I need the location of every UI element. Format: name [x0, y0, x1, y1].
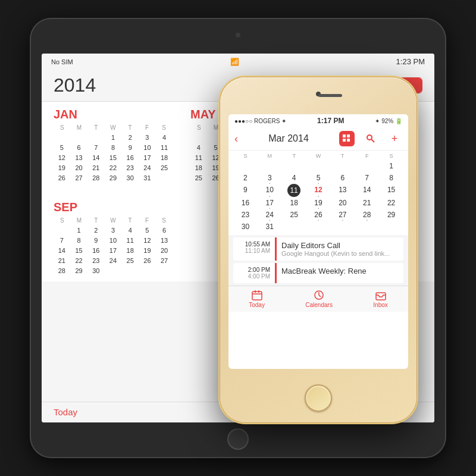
event-item-2[interactable]: 2:00 PM 4:00 PM MacBreak Weekly: Rene: [233, 263, 403, 283]
iphone-time: 1:17 PM: [317, 117, 344, 125]
svg-rect-11: [376, 293, 386, 300]
event-title-2: MacBreak Weekly: Rene: [281, 267, 399, 275]
event-details-1: Daily Editors Call Google Hangout (Kevin…: [277, 237, 403, 261]
iphone-search-icon-button[interactable]: [363, 131, 378, 146]
svg-rect-9: [258, 290, 259, 293]
ipad-today-button[interactable]: Today: [54, 407, 77, 417]
svg-rect-2: [343, 139, 346, 142]
event-time-2: 2:00 PM 4:00 PM: [233, 263, 275, 283]
svg-rect-1: [347, 134, 350, 137]
ipad-month-name-jan: JAN: [54, 108, 173, 121]
ipad-month-sep: SEP S M T W T F S - 1 2 3: [54, 201, 173, 275]
iphone-grid-icon-button[interactable]: [339, 131, 355, 146]
event-title-1: Daily Editors Call: [281, 241, 399, 250]
ipad-carrier: No SIM: [51, 58, 73, 65]
svg-line-5: [371, 139, 374, 142]
ipad-home-button[interactable]: [227, 428, 249, 450]
iphone-tab-calendars-label: Calendars: [305, 302, 333, 308]
svg-point-4: [367, 135, 372, 140]
iphone-battery: ✦ 92% 🔋: [375, 118, 402, 124]
iphone-tab-today-label: Today: [249, 302, 265, 308]
svg-rect-6: [252, 292, 262, 300]
iphone-statusbar: ●●●○○ ROGERS ✦ 1:17 PM ✦ 92% 🔋: [228, 114, 408, 127]
iphone-tab-calendars[interactable]: Calendars: [305, 290, 333, 308]
ipad-camera: [236, 33, 240, 37]
event-subtitle-1: Google Hangout (Kevin to send link...: [281, 250, 399, 257]
iphone-tab-today[interactable]: Today: [249, 290, 265, 308]
svg-rect-8: [255, 290, 256, 293]
ipad-time: 1:23 PM: [396, 57, 425, 66]
iphone-tab-inbox-label: Inbox: [373, 302, 387, 308]
sep-grid: S M T W T F S - 1 2 3 4 5: [54, 217, 173, 275]
iphone-cal-header: ‹ Mar 2014 +: [228, 127, 408, 151]
ipad-month-jan: JAN S M T W T F S - - - 1: [54, 108, 173, 183]
iphone-events-list: 10:55 AM 11:10 AM Daily Editors Call Goo…: [228, 235, 408, 286]
ipad-year: 2014: [54, 74, 96, 96]
iphone-home-button[interactable]: [305, 384, 332, 412]
iphone-tab-inbox[interactable]: Inbox: [373, 290, 387, 308]
iphone-header-icons: +: [339, 131, 402, 146]
iphone-carrier: ●●●○○ ROGERS ✦: [234, 118, 286, 124]
svg-rect-3: [347, 139, 350, 142]
iphone-back-button[interactable]: ‹: [234, 133, 238, 145]
ipad-statusbar: No SIM 📶 1:23 PM: [42, 54, 434, 70]
jan-grid: S M T W T F S - - - 1 2 3: [54, 124, 173, 183]
iphone-month-year: Mar 2014: [268, 133, 309, 144]
ipad-signal: 📶: [230, 58, 239, 66]
iphone: ●●●○○ ROGERS ✦ 1:17 PM ✦ 92% 🔋 ‹ Mar 201…: [220, 77, 416, 422]
iphone-today-day[interactable]: 11: [287, 184, 300, 197]
iphone-speaker: [318, 94, 342, 97]
svg-rect-0: [343, 134, 346, 137]
event-time-1: 10:55 AM 11:10 AM: [233, 237, 275, 261]
iphone-add-icon-button[interactable]: +: [387, 131, 402, 146]
ipad-month-name-sep: SEP: [54, 201, 173, 214]
iphone-tabbar: Today Calendars Inbox: [228, 286, 408, 312]
event-item-1[interactable]: 10:55 AM 11:10 AM Daily Editors Call Goo…: [233, 237, 403, 261]
iphone-screen: ●●●○○ ROGERS ✦ 1:17 PM ✦ 92% 🔋 ‹ Mar 201…: [228, 114, 408, 369]
event-details-2: MacBreak Weekly: Rene: [277, 263, 403, 283]
iphone-mini-calendar: S M T W T F S - - - - - - 1 2 3 4: [228, 151, 408, 235]
